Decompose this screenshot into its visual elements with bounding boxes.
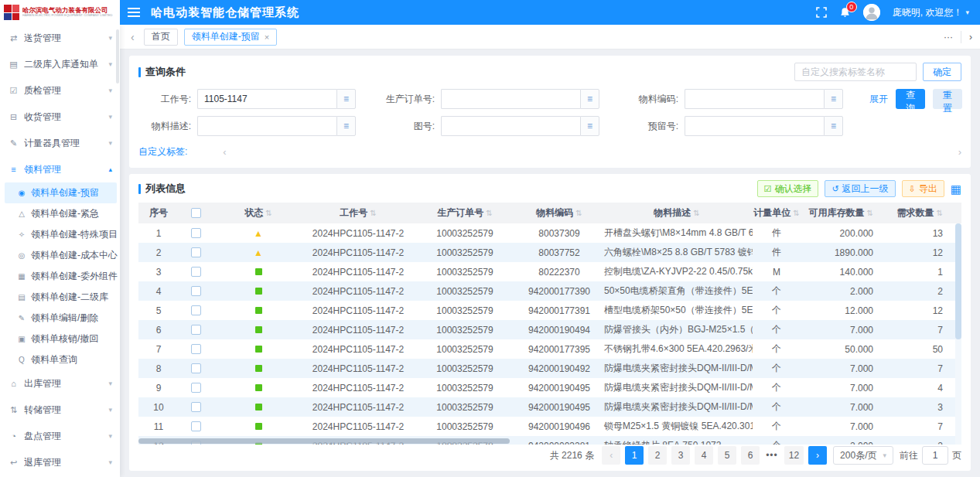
tab-item[interactable]: 首页 <box>144 29 178 46</box>
fullscreen-icon[interactable] <box>816 7 827 18</box>
sort-icon[interactable]: ⇅ <box>937 209 943 217</box>
query-input[interactable] <box>197 116 336 136</box>
tab-active[interactable]: 领料单创建-预留× <box>184 29 277 46</box>
table-row[interactable]: 2▲2024HPC1105-1147-21000325257980037752六… <box>138 243 961 262</box>
column-header-demand-qty[interactable]: 需求数量⇅ <box>887 206 949 220</box>
sidebar-subitem[interactable]: ▦领料单创建-委外组件 <box>0 266 120 287</box>
back-to-parent-button[interactable]: ↺ 返回上一级 <box>825 180 895 197</box>
vertical-scrollbar-thumb[interactable] <box>955 223 961 339</box>
sidebar-item[interactable]: ✎计量器具管理▾ <box>0 130 120 156</box>
pager-ellipsis[interactable]: ••• <box>764 450 780 461</box>
input-helper-icon[interactable]: ≡ <box>580 116 599 136</box>
page-button-1[interactable]: 1 <box>625 446 644 465</box>
page-button-12[interactable]: 12 <box>784 446 804 465</box>
query-input[interactable] <box>685 89 824 109</box>
column-settings-icon[interactable]: ▦ <box>951 183 961 195</box>
column-header-available-stock[interactable]: 可用库存数量⇅ <box>801 206 887 220</box>
user-greeting[interactable]: 庞晓明, 欢迎您！ ▾ <box>893 6 969 19</box>
tabs-more-icon[interactable]: ··· <box>944 32 953 43</box>
row-checkbox[interactable] <box>191 363 201 373</box>
next-page-button[interactable]: › <box>808 446 827 465</box>
export-button[interactable]: ⇩ 导出 <box>902 180 944 197</box>
row-checkbox[interactable] <box>191 421 201 431</box>
sidebar-item[interactable]: ▤二级库入库通知单▾ <box>0 51 120 77</box>
sort-icon[interactable]: ⇅ <box>370 209 376 217</box>
sidebar-subitem[interactable]: ✧领料单创建-特殊项目 <box>0 224 120 245</box>
sidebar-item[interactable]: ☑质检管理▾ <box>0 77 120 104</box>
sidebar-item[interactable]: ⊟收货管理▾ <box>0 104 120 130</box>
input-helper-icon[interactable]: ≡ <box>824 116 843 136</box>
row-checkbox[interactable] <box>191 402 201 412</box>
row-checkbox[interactable] <box>191 383 201 393</box>
tags-scroll-left-icon[interactable]: ‹ <box>223 146 226 158</box>
vertical-scrollbar[interactable] <box>955 223 961 445</box>
input-helper-icon[interactable]: ≡ <box>580 89 599 109</box>
sidebar-subitem[interactable]: ▣领料单核销/撤回 <box>0 329 120 349</box>
table-row[interactable]: 82024HPC1105-1147-2100032525799420001904… <box>138 359 961 378</box>
select-all-checkbox[interactable] <box>191 208 201 218</box>
custom-tag-name-input[interactable] <box>794 63 917 81</box>
page-button-4[interactable]: 4 <box>695 446 713 465</box>
column-header-work-no[interactable]: 工作号⇅ <box>304 206 412 220</box>
sidebar-item[interactable]: ≡领料管理▴ <box>0 156 120 182</box>
search-button[interactable]: 查询 <box>896 89 925 109</box>
sidebar-item[interactable]: ↩退库管理▾ <box>0 449 120 475</box>
sidebar-subitem[interactable]: △领料单创建-紧急 <box>0 203 120 224</box>
close-icon[interactable]: × <box>265 32 269 42</box>
column-header-order-no[interactable]: 生产订单号⇅ <box>412 206 517 220</box>
sort-icon[interactable]: ⇅ <box>486 209 492 217</box>
query-input[interactable] <box>441 116 580 136</box>
row-checkbox[interactable] <box>191 267 201 277</box>
input-helper-icon[interactable]: ≡ <box>824 89 843 109</box>
table-row[interactable]: 32024HPC1105-1147-21000325257980222370控制… <box>138 262 961 281</box>
column-header-status[interactable]: 状态⇅ <box>213 206 304 220</box>
input-helper-icon[interactable]: ≡ <box>336 116 356 136</box>
page-size-select[interactable]: 200条/页 ▾ <box>833 446 893 465</box>
query-input[interactable] <box>685 116 824 136</box>
sidebar-item[interactable]: ⇅转储管理▾ <box>0 397 120 423</box>
goto-page-input[interactable] <box>922 446 948 465</box>
menu-collapse-icon[interactable] <box>128 7 140 18</box>
expand-link[interactable]: 展开 <box>869 93 888 106</box>
page-button-2[interactable]: 2 <box>648 446 667 465</box>
query-input[interactable] <box>441 89 580 109</box>
sidebar-subitem[interactable]: ▤领料单创建-二级库 <box>0 287 120 308</box>
sort-icon[interactable]: ⇅ <box>265 209 271 217</box>
notification-bell-icon[interactable]: 0 <box>839 7 851 19</box>
tabs-back-icon[interactable]: ‹ <box>128 31 138 43</box>
column-header-material-code[interactable]: 物料编码⇅ <box>517 206 601 220</box>
row-checkbox[interactable] <box>191 305 201 315</box>
sidebar-item[interactable]: ⌂出库管理▾ <box>0 370 120 397</box>
horizontal-scrollbar-thumb[interactable] <box>138 438 510 444</box>
page-button-6[interactable]: 6 <box>741 446 760 465</box>
user-avatar[interactable] <box>863 4 880 21</box>
row-checkbox[interactable] <box>191 325 201 335</box>
sort-icon[interactable]: ⇅ <box>575 209 582 217</box>
table-row[interactable]: 92024HPC1105-1147-2100032525799420001904… <box>138 378 961 397</box>
column-header-unit[interactable]: 计量单位⇅ <box>753 206 801 220</box>
row-checkbox[interactable] <box>191 228 201 238</box>
tags-scroll-right-icon[interactable]: › <box>958 146 961 158</box>
table-row[interactable]: 72024HPC1105-1147-2100032525799420001773… <box>138 339 961 359</box>
query-input[interactable] <box>197 89 336 109</box>
tabs-next-icon[interactable]: › <box>969 32 972 43</box>
sidebar-subitem[interactable]: ◎领料单创建-成本中心 <box>0 245 120 266</box>
page-button-3[interactable]: 3 <box>671 446 690 465</box>
confirm-select-button[interactable]: ☑ 确认选择 <box>757 180 819 197</box>
table-row[interactable]: 1▲2024HPC1105-1147-21000325257980037309开… <box>138 223 961 243</box>
sort-icon[interactable]: ⇅ <box>793 209 799 217</box>
sort-icon[interactable]: ⇅ <box>693 209 699 217</box>
sidebar-item[interactable]: ◔盘点管理▾ <box>0 423 120 449</box>
sidebar-item[interactable]: ⇄送货管理▾ <box>0 25 120 51</box>
confirm-tag-button[interactable]: 确定 <box>923 63 961 81</box>
table-row[interactable]: 102024HPC1105-1147-210003252579942000190… <box>138 397 961 417</box>
row-checkbox[interactable] <box>191 247 201 257</box>
reset-button[interactable]: 重置 <box>933 89 962 109</box>
sidebar-subitem[interactable]: Q领料单查询 <box>0 349 120 370</box>
page-button-5[interactable]: 5 <box>718 446 736 465</box>
table-row[interactable]: 42024HPC1105-1147-2100032525799420001773… <box>138 281 961 301</box>
table-row[interactable]: 112024HPC1105-1147-210003252579942000190… <box>138 417 961 436</box>
sidebar-subitem[interactable]: ✎领料单编辑/删除 <box>0 308 120 329</box>
table-row[interactable]: 52024HPC1105-1147-2100032525799420001773… <box>138 301 961 320</box>
prev-page-button[interactable]: ‹ <box>602 446 620 465</box>
